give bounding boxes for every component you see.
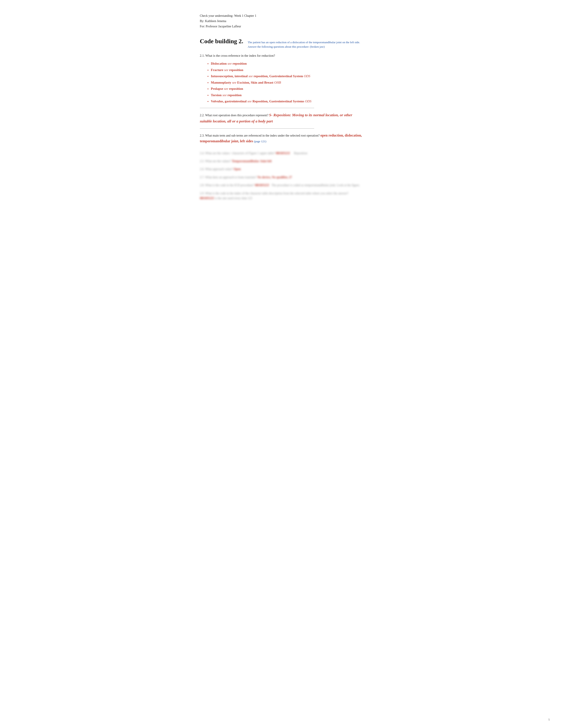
bullet-fracture-see: see [224,68,228,72]
blurred-q-2-4-text: 2.4. What are the values / characters of… [200,152,307,155]
header-line1: Check your understanding- Week 1 Chapter… [200,13,363,19]
code-building-title-row: Code building 2. The patient has an open… [200,38,363,49]
bullet-prolapse-see: see [224,87,228,90]
bullet-intussusception-see: see [248,74,252,78]
blurred-q-2-7: 2.7. What does an approach to bone trans… [200,175,363,180]
bullet-mammoplasty-see: see [232,81,236,84]
question-2-3-page-ref: (page 121) [254,140,266,143]
bullet-mammoplasty: Mammoplasty see Excision, Skin and Breas… [211,80,363,85]
blurred-q-2-9-text: 2.9. What is the code in the index of th… [200,192,349,200]
blurred-q-2-6: 2.6. What approach value? Open [200,167,363,172]
bullet-dislocation-rest: reposition [232,62,247,65]
bullet-fracture-bold: Fracture [211,68,224,72]
blurred-q-2-7-text: 2.7. What does an approach to bone trans… [200,176,292,179]
bullet-torsion-rest: reposition [227,93,242,97]
blurred-q-2-5: 2.5. What are the values? Temporomandibu… [200,159,363,164]
bullet-prolapse: Prolapse see reposition [211,86,363,91]
blurred-q-2-4: 2.4. What are the values / characters of… [200,151,363,156]
bullet-intussusception: Intussusception, intestinal see repositi… [211,74,363,79]
bullet-prolapse-rest: reposition [228,87,243,90]
blurred-section-container: 2.4. What are the values / characters of… [200,151,363,201]
question-2-1-block: 2.1. What is the cross-reference in the … [200,53,363,104]
bullet-torsion-bold: Torsion [211,93,222,97]
bullet-volvulus-bold: Volvulus, gastrointestinal [211,99,247,103]
header-block: Check your understanding- Week 1 Chapter… [200,13,363,29]
code-building-subtitle-blue: The patient has an open reduction of a d… [248,40,363,49]
divider-2 [200,128,314,129]
bullet-fracture-rest: reposition [228,68,243,72]
header-line2: By: Kathleen Jenema [200,19,363,24]
bullet-torsion-see: see [222,93,226,97]
bullet-dislocation: Dislocation see reposition [211,61,363,66]
bullet-intussusception-rest: reposition, Gastrointestinal System ODS [253,74,311,78]
question-2-1-text: 2.1. What is the cross-reference in the … [200,53,363,58]
bullet-torsion: Torsion see reposition [211,93,363,98]
bullet-volvulus-rest: Reposition, Gastrointestinal Systems ODS [252,99,312,103]
bullet-fracture: Fracture see reposition [211,68,363,73]
code-building-title: Code building 2. [200,38,243,45]
blurred-q-2-9: 2.9. What is the code in the index of th… [200,191,363,201]
bullet-volvulus-see: see [247,99,251,103]
bullet-prolapse-bold: Prolapse [211,87,224,90]
blurred-q-2-8-text: 2.8. What is the code in the ICD procedu… [200,184,360,187]
header-line3: For: Professor Jacqueline Lafleur [200,24,363,29]
blurred-q-2-8: 2.8. What is the code in the ICD procedu… [200,183,363,188]
bullet-dislocation-see: see [227,62,231,65]
question-2-2-block: 2.2. What root operation does this proce… [200,112,363,124]
bullet-intussusception-bold: Intussusception, intestinal [211,74,248,78]
blurred-q-2-5-text: 2.5. What are the values? Temporomandibu… [200,159,272,163]
bullet-mammoplasty-bold: Mammoplasty [211,81,232,84]
bullet-list-2-1: Dislocation see reposition Fracture see … [200,61,363,104]
code-building-subtitle-black: (broken jaw) [310,45,325,48]
bullet-dislocation-bold: Dislocation [211,62,227,65]
question-2-3-block: 2.3. What main term and sub terms are re… [200,133,363,144]
bullet-mammoplasty-rest: Excision, Skin and Breast OHB [236,81,281,84]
question-2-3-text: 2.3. What main term and sub terms are re… [200,133,363,144]
question-2-2-text: 2.2. What root operation does this proce… [200,112,363,124]
bullet-volvulus: Volvulus, gastrointestinal see Repositio… [211,99,363,104]
blurred-q-2-6-text: 2.6. What approach value? Open [200,167,241,171]
